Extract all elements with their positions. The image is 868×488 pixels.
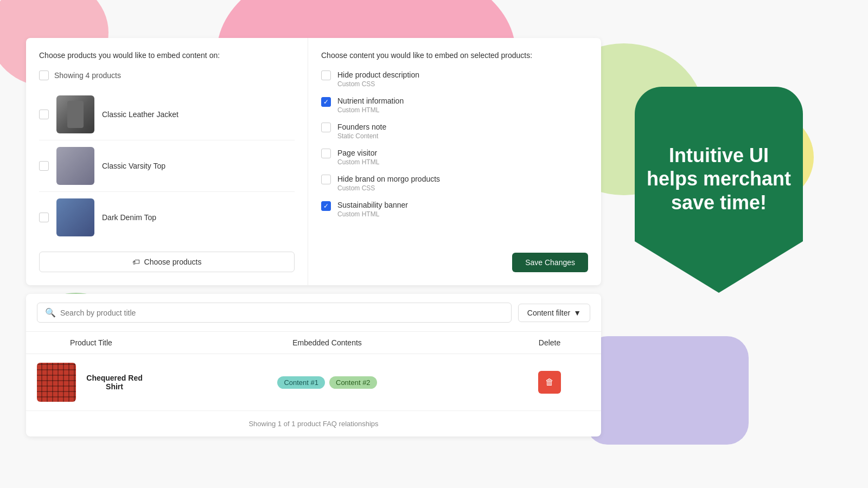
product-name-varsity: Classic Varsity Top: [102, 162, 165, 170]
header-delete: Delete: [509, 338, 590, 347]
product-item-leather: Classic Leather Jacket: [39, 89, 295, 140]
tag-icon: 🏷: [132, 258, 140, 266]
chevron-down-icon: ▼: [573, 309, 581, 317]
delete-cell: 🗑: [509, 371, 590, 394]
content-option-sustainability: Sustainability banner Custom HTML: [321, 201, 588, 218]
product-thumb-varsity: [56, 147, 94, 185]
left-panel: Choose products you would like to embed …: [26, 38, 308, 285]
visitor-label: Page visitor: [337, 149, 379, 157]
product-checkbox-leather[interactable]: [39, 110, 49, 119]
product-list: Classic Leather Jacket Classic Varsity T…: [39, 89, 295, 243]
save-changes-button[interactable]: Save Changes: [512, 253, 588, 272]
content-option-nutrient: Nutrient information Custom HTML: [321, 97, 588, 114]
sustainability-sub: Custom HTML: [337, 210, 408, 218]
promo-card: Intuitive UI helps merchant save time!: [635, 87, 803, 304]
table-header: Product Title Embedded Contents Delete: [26, 332, 601, 354]
product-thumb-leather: [56, 95, 94, 133]
table-row: Chequered Red Shirt Content #1 Content #…: [26, 354, 601, 411]
content-tags: Content #1 Content #2: [145, 376, 509, 389]
product-title-red-shirt: Chequered Red Shirt: [84, 374, 145, 391]
product-name-denim: Dark Denim Top: [102, 213, 156, 222]
right-panel: Choose content you would like to embed o…: [308, 38, 601, 285]
hide-brand-label: Hide brand on morgo products: [337, 175, 440, 183]
top-panel: Choose products you would like to embed …: [26, 38, 601, 285]
search-input-wrapper: 🔍: [37, 303, 512, 323]
content-tag-1: Content #1: [277, 376, 325, 389]
table-product-cell: Chequered Red Shirt: [37, 363, 145, 402]
product-checkbox-varsity[interactable]: [39, 161, 49, 171]
shield-shape: Intuitive UI helps merchant save time!: [635, 87, 803, 293]
table-footer-text: Showing 1 of 1 product FAQ relationships: [248, 420, 378, 428]
header-embedded-contents: Embedded Contents: [145, 338, 509, 347]
product-thumb-denim: [56, 198, 94, 236]
product-thumb-red-shirt: [37, 363, 76, 402]
search-input[interactable]: [60, 309, 503, 317]
right-panel-title: Choose content you would like to embed o…: [321, 51, 588, 60]
content-option-visitor: Page visitor Custom HTML: [321, 149, 588, 166]
showing-label-row: Showing 4 products: [39, 70, 295, 80]
content-filter-button[interactable]: Content filter ▼: [518, 304, 590, 322]
nutrient-label: Nutrient information: [337, 97, 404, 105]
visitor-sub: Custom HTML: [337, 158, 379, 166]
content-option-visitor-text: Page visitor Custom HTML: [337, 149, 379, 166]
content-option-hide-desc-text: Hide product description Custom CSS: [337, 70, 419, 88]
left-panel-title: Choose products you would like to embed …: [39, 51, 295, 60]
product-item-varsity: Classic Varsity Top: [39, 140, 295, 192]
hide-brand-sub: Custom CSS: [337, 184, 440, 192]
founders-sub: Static Content: [337, 132, 386, 140]
hide-desc-label: Hide product description: [337, 70, 419, 79]
checkbox-founders[interactable]: [321, 123, 331, 132]
search-bar-row: 🔍 Content filter ▼: [26, 294, 601, 332]
content-option-sustainability-text: Sustainability banner Custom HTML: [337, 201, 408, 218]
content-filter-label: Content filter: [527, 309, 570, 317]
content-tag-2: Content #2: [329, 376, 377, 389]
hide-desc-sub: Custom CSS: [337, 80, 419, 88]
header-product-title: Product Title: [37, 338, 145, 347]
checkbox-visitor[interactable]: [321, 149, 331, 158]
content-option-hide-brand-text: Hide brand on morgo products Custom CSS: [337, 175, 440, 192]
product-checkbox-denim[interactable]: [39, 213, 49, 222]
product-name-leather: Classic Leather Jacket: [102, 110, 178, 119]
content-option-hide-brand: Hide brand on morgo products Custom CSS: [321, 175, 588, 192]
product-item-denim: Dark Denim Top: [39, 192, 295, 243]
promo-text: Intuitive UI helps merchant save time!: [635, 133, 803, 247]
select-all-checkbox[interactable]: [39, 70, 49, 80]
checkbox-nutrient[interactable]: [321, 97, 331, 107]
showing-count: Showing 4 products: [54, 71, 121, 80]
content-option-nutrient-text: Nutrient information Custom HTML: [337, 97, 404, 114]
content-option-founders-text: Founders note Static Content: [337, 123, 386, 140]
nutrient-sub: Custom HTML: [337, 106, 404, 114]
table-footer: Showing 1 of 1 product FAQ relationships: [26, 411, 601, 436]
choose-products-label: Choose products: [144, 258, 202, 266]
content-option-founders: Founders note Static Content: [321, 123, 588, 140]
checkbox-hide-brand[interactable]: [321, 175, 331, 184]
main-container: Choose products you would like to embed …: [26, 38, 601, 436]
search-icon: 🔍: [45, 307, 56, 318]
bottom-panel: 🔍 Content filter ▼ Product Title Embedde…: [26, 294, 601, 436]
bg-shape-purple: [586, 336, 749, 445]
content-option-hide-desc: Hide product description Custom CSS: [321, 70, 588, 88]
checkbox-sustainability[interactable]: [321, 201, 331, 211]
delete-button[interactable]: 🗑: [538, 371, 561, 394]
checkbox-hide-desc[interactable]: [321, 70, 331, 80]
trash-icon: 🗑: [545, 377, 554, 387]
choose-products-button[interactable]: 🏷 Choose products: [39, 252, 295, 272]
founders-label: Founders note: [337, 123, 386, 131]
sustainability-label: Sustainability banner: [337, 201, 408, 209]
